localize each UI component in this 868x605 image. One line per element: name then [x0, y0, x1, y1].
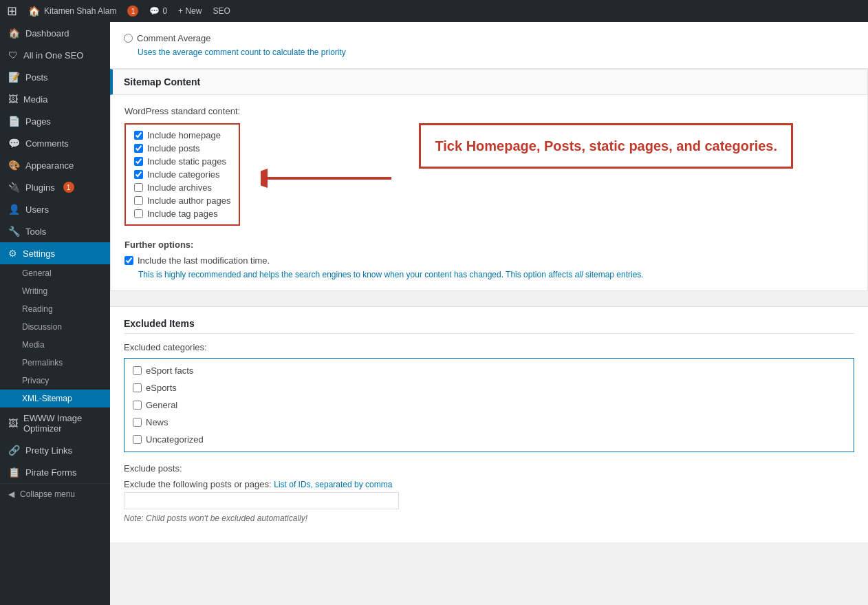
new-label: + New: [178, 6, 202, 16]
collapse-menu-item[interactable]: ◀ Collapse menu: [0, 483, 110, 505]
sidebar-label-pages: Pages: [25, 116, 51, 127]
sidebar-item-pages[interactable]: 📄 Pages: [0, 110, 110, 132]
seo-button[interactable]: SEO: [213, 6, 230, 16]
sidebar-item-comments[interactable]: 💬 Comments: [0, 132, 110, 154]
checkbox-esport-facts[interactable]: [133, 366, 142, 375]
submenu-label-media: Media: [22, 340, 45, 350]
sidebar-label-pretty-links: Pretty Links: [25, 445, 72, 456]
admin-bar-site[interactable]: 🏠 Kitamen Shah Alam: [28, 6, 116, 17]
checkbox-label-archives[interactable]: Include archives: [147, 182, 212, 193]
checkbox-row-author: Include author pages: [134, 195, 230, 206]
sidebar-item-pirate-forms[interactable]: 📋 Pirate Forms: [0, 461, 110, 483]
submenu-item-writing[interactable]: Writing: [0, 282, 110, 300]
sitemap-content-section: Sitemap Content WordPress standard conte…: [110, 69, 868, 291]
collapse-label: Collapse menu: [20, 489, 75, 499]
radio-comment-average[interactable]: [124, 34, 133, 43]
update-badge: 1: [127, 6, 138, 17]
mod-time-label[interactable]: Include the last modification time.: [138, 255, 270, 266]
appearance-icon: 🎨: [8, 160, 20, 171]
checkbox-homepage[interactable]: [134, 131, 143, 140]
submenu-item-media-settings[interactable]: Media: [0, 336, 110, 354]
checkbox-label-author[interactable]: Include author pages: [147, 195, 230, 206]
label-general[interactable]: General: [146, 400, 177, 410]
mod-time-helper-italic: all: [575, 270, 583, 279]
label-uncategorized[interactable]: Uncategorized: [146, 434, 204, 445]
excluded-categories-list: eSport facts eSports General News Uncate…: [124, 358, 854, 452]
submenu-label-permalinks: Permalinks: [22, 358, 63, 368]
checkbox-row-archives: Include archives: [134, 182, 230, 193]
sidebar-item-all-in-one-seo[interactable]: 🛡 All in One SEO: [0, 44, 110, 66]
checkbox-label-homepage[interactable]: Include homepage: [147, 130, 221, 140]
sidebar-item-dashboard[interactable]: 🏠 Dashboard: [0, 22, 110, 44]
seo-label: SEO: [213, 6, 230, 16]
label-news[interactable]: News: [146, 417, 169, 427]
standard-content-checkboxes: Include homepage Include posts Include s…: [124, 123, 240, 226]
sidebar-label-tools: Tools: [25, 226, 46, 237]
exclude-posts-section: Exclude posts: Exclude the following pos…: [124, 463, 854, 523]
sidebar-item-plugins[interactable]: 🔌 Plugins 1: [0, 176, 110, 198]
checkbox-label-static[interactable]: Include static pages: [147, 156, 226, 167]
sidebar-label-comments: Comments: [25, 138, 69, 149]
admin-bar: ⊞ 🏠 Kitamen Shah Alam 1 💬 0 + New SEO: [0, 0, 868, 22]
mod-time-row: Include the last modification time.: [124, 255, 854, 266]
sidebar-item-users[interactable]: 👤 Users: [0, 198, 110, 220]
label-esport-facts[interactable]: eSport facts: [146, 365, 193, 376]
section-gap: [110, 293, 868, 306]
checkbox-label-categories[interactable]: Include categories: [147, 169, 220, 180]
sidebar-item-settings[interactable]: ⚙ Settings: [0, 242, 110, 264]
checkbox-posts[interactable]: [134, 144, 143, 153]
submenu-item-discussion[interactable]: Discussion: [0, 318, 110, 336]
checkbox-uncategorized[interactable]: [133, 435, 142, 444]
label-esports[interactable]: eSports: [146, 383, 177, 393]
submenu-item-general[interactable]: General: [0, 264, 110, 282]
sidebar-item-tools[interactable]: 🔧 Tools: [0, 220, 110, 242]
checkbox-label-posts[interactable]: Include posts: [147, 143, 200, 153]
plugins-icon: 🔌: [8, 182, 20, 193]
excluded-items-section: Excluded Items Excluded categories: eSpo…: [110, 306, 868, 542]
submenu-item-privacy[interactable]: Privacy: [0, 372, 110, 390]
checkbox-categories[interactable]: [134, 170, 143, 179]
mod-time-helper: This is highly recommended and helps the…: [138, 270, 854, 279]
submenu-item-xml-sitemap[interactable]: XML-Sitemap: [0, 390, 110, 407]
sidebar-label-ewww: EWWW Image Optimizer: [23, 413, 102, 434]
submenu-label-privacy: Privacy: [22, 376, 49, 385]
sitemap-content-header: Sitemap Content: [110, 69, 868, 95]
excl-row-esports: eSports: [133, 381, 845, 394]
sidebar-item-ewww[interactable]: 🖼 EWWW Image Optimizer: [0, 407, 110, 439]
exclude-helper-text: Exclude the following posts or pages:: [124, 479, 272, 489]
radio-comment-average-label[interactable]: Comment Average: [137, 33, 210, 43]
checkbox-row-tag: Include tag pages: [134, 209, 230, 219]
exclude-link[interactable]: List of IDs, separated by comma: [274, 480, 392, 489]
house-icon: 🏠: [28, 6, 40, 17]
comment-item[interactable]: 💬 0: [149, 6, 167, 16]
checkbox-mod-time[interactable]: [124, 256, 133, 265]
checkbox-tag-pages[interactable]: [134, 209, 143, 218]
sidebar-item-posts[interactable]: 📝 Posts: [0, 66, 110, 88]
comments-icon: 💬: [8, 138, 20, 149]
checkbox-esports[interactable]: [133, 383, 142, 392]
further-options-label: Further options:: [124, 240, 854, 250]
checkbox-label-tag[interactable]: Include tag pages: [147, 209, 218, 219]
wp-standard-content-label: WordPress standard content:: [124, 106, 854, 116]
sidebar-item-media[interactable]: 🖼 Media: [0, 88, 110, 110]
update-item[interactable]: 1: [127, 6, 138, 17]
new-button[interactable]: + New: [178, 6, 202, 16]
sidebar-label-seo: All in One SEO: [23, 50, 83, 61]
sitemap-content-title: Sitemap Content: [124, 76, 200, 87]
checkbox-static-pages[interactable]: [134, 157, 143, 166]
sidebar-item-pretty-links[interactable]: 🔗 Pretty Links: [0, 439, 110, 461]
checkbox-archives[interactable]: [134, 183, 143, 192]
submenu-item-reading[interactable]: Reading: [0, 300, 110, 318]
checkbox-author-pages[interactable]: [134, 196, 143, 205]
exclude-posts-input[interactable]: [124, 492, 399, 509]
submenu-label-discussion: Discussion: [22, 322, 62, 332]
checkbox-general[interactable]: [133, 401, 142, 410]
main-content: Comment Average Uses the average comment…: [110, 22, 868, 605]
checkbox-news[interactable]: [133, 418, 142, 427]
sidebar-item-appearance[interactable]: 🎨 Appearance: [0, 154, 110, 176]
exclude-posts-helper: Exclude the following posts or pages: Li…: [124, 479, 854, 489]
further-options: Further options: Include the last modifi…: [124, 240, 854, 279]
wp-logo-icon[interactable]: ⊞: [7, 3, 17, 19]
submenu-item-permalinks[interactable]: Permalinks: [0, 354, 110, 372]
submenu-label-xml-sitemap: XML-Sitemap: [22, 394, 72, 403]
